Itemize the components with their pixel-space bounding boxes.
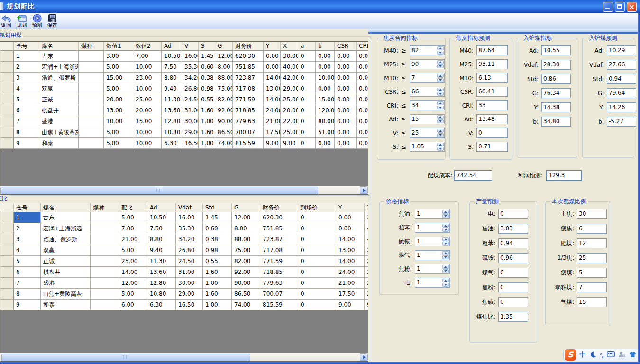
table-cell[interactable]: 1.00 [203,278,232,289]
row-header-cell[interactable] [0,73,14,83]
table-cell[interactable]: 2 [14,223,41,234]
table-cell[interactable]: 92.00 [215,105,233,116]
field-input[interactable]: 66 [410,87,445,97]
table-cell[interactable]: 0.00 [264,51,281,62]
field-input[interactable]: 1.35 [498,312,528,322]
table-cell[interactable]: 26.80 [182,83,199,94]
table-cell[interactable]: 779.63 [260,278,298,289]
table-cell[interactable]: 0 [298,83,316,94]
plan-button[interactable]: 规划 [14,14,29,28]
table-cell[interactable]: 9 [14,300,41,310]
row-header-cell[interactable] [0,278,14,289]
table-cell[interactable]: 16.50 [176,300,203,310]
minimize-button[interactable] [603,2,613,12]
save-button[interactable]: 保存 [45,14,60,28]
field-input[interactable]: 0 [498,297,528,307]
column-header[interactable]: G [215,42,233,51]
table-cell[interactable]: 25.00 [281,127,298,138]
corner-cell[interactable] [0,42,14,51]
table-cell[interactable]: 14.00 [264,94,281,105]
field-input[interactable]: 34.80 [541,117,571,127]
table-cell[interactable]: 7 [14,116,39,127]
table-cell[interactable]: 0 [298,212,336,223]
table-cell[interactable]: 3 [14,73,39,83]
table-cell[interactable]: 1.60 [199,105,215,116]
table-cell[interactable]: 14.00 [264,73,281,83]
table2-hscroll-right-arrow[interactable] [360,353,368,361]
column-header[interactable]: Vdaf [176,203,203,212]
table-cell[interactable] [79,62,104,73]
table-cell[interactable]: 700.07 [260,289,298,300]
predict-button[interactable]: 预测 [29,14,45,28]
column-header[interactable]: CSR [335,42,357,51]
spinner-down-button[interactable] [437,119,444,123]
table-cell[interactable]: 10.80 [147,289,176,300]
table-cell[interactable]: 0 [298,94,316,105]
field-input[interactable]: 6.13 [476,73,508,83]
table-cell[interactable]: 10.50 [162,51,182,62]
table-cell[interactable]: 751.85 [260,223,298,234]
row-header-cell[interactable] [0,138,14,149]
row-header-cell[interactable] [0,289,14,300]
table-cell[interactable]: 0 [298,73,316,83]
table-cell[interactable]: 25.00 [119,256,147,267]
field-input[interactable]: 25 [410,128,445,138]
row-header-cell[interactable] [0,83,14,94]
table-cell[interactable]: 7 [14,278,41,289]
ime-toolbar[interactable]: S 中 ’, [563,349,639,361]
table1-hscrollbar[interactable] [0,186,368,194]
table-cell[interactable]: 24.50 [182,94,199,105]
table-cell[interactable]: 1.60 [203,267,232,278]
column-header[interactable]: Std [203,203,232,212]
table-cell[interactable]: 0.00 [357,127,368,138]
table-cell[interactable]: 771.59 [260,256,298,267]
field-input[interactable]: 0.86 [541,74,571,84]
field-input[interactable]: 33 [476,100,508,110]
spinner-up-button[interactable] [442,210,449,214]
table-cell[interactable]: 双赢 [41,245,91,256]
table-cell[interactable]: 22.00 [281,116,298,127]
table-cell[interactable]: 棋盘井 [41,267,91,278]
field-input[interactable]: 10.29 [607,46,636,55]
table-cell[interactable]: 31.00 [182,105,199,116]
table-cell[interactable]: 0 [298,62,316,73]
field-input[interactable]: 27.66 [607,60,636,70]
blend-cost-field[interactable]: 742.54 [454,170,492,181]
table2-hscrollbar[interactable] [0,353,368,361]
corner-cell[interactable] [0,203,14,212]
table-cell[interactable]: 10.50 [147,212,176,223]
table-cell[interactable]: 0.00 [357,116,368,127]
field-input[interactable]: 14.26 [607,102,636,112]
table-cell[interactable]: 10.00 [133,83,162,94]
table-cell[interactable]: 宏润+上海浙远 [39,62,79,73]
table-cell[interactable]: 771.59 [233,94,264,105]
table-cell[interactable]: 0.00 [316,62,335,73]
field-input[interactable]: 28.30 [541,60,571,70]
table-cell[interactable]: 1 [14,51,39,62]
table-cell[interactable]: 0.55 [199,94,215,105]
table-cell[interactable] [91,212,119,223]
table-cell[interactable]: 0.00 [335,94,357,105]
table-cell[interactable]: 0.00 [335,138,357,149]
spinner-up-button[interactable] [442,265,449,269]
column-header[interactable]: 配比 [119,203,147,212]
table-cell[interactable]: 82.00 [232,256,260,267]
table-cell[interactable]: 815.59 [233,138,264,149]
column-header[interactable]: CRI [357,42,368,51]
table-cell[interactable]: 751.85 [233,62,264,73]
row-header-cell[interactable] [0,234,14,245]
table-cell[interactable]: 浩通、俄罗斯 [39,73,79,83]
table-cell[interactable]: 8 [14,289,41,300]
table-cell[interactable]: 13.00 [264,83,281,94]
table-cell[interactable]: 29.00 [365,245,368,256]
table-cell[interactable]: 0.00 [335,62,357,73]
field-input[interactable]: 1 [415,237,450,246]
spinner-down-button[interactable] [437,92,444,96]
table-cell[interactable]: 0.00 [336,223,365,234]
table-cell[interactable]: 5 [14,94,39,105]
row-header-cell[interactable] [0,62,14,73]
column-header[interactable]: X [281,42,298,51]
table-cell[interactable]: 正诚 [39,94,79,105]
back-button[interactable]: 返回 [0,14,14,28]
table-cell[interactable]: 75.00 [232,245,260,256]
